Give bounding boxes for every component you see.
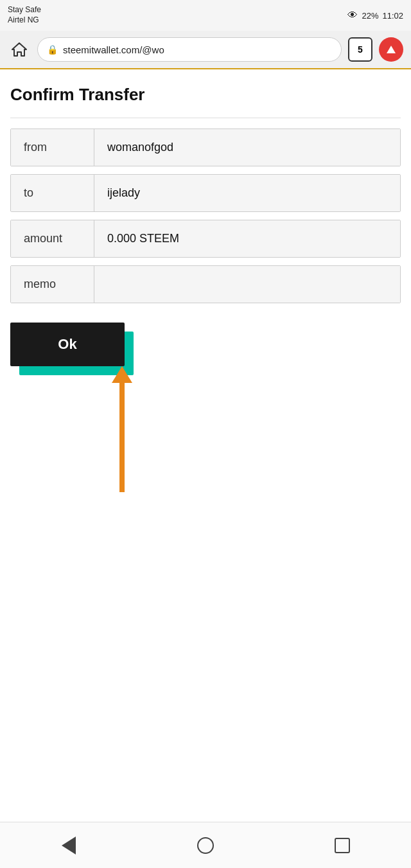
from-row: from womanofgod [10, 128, 401, 166]
carrier2-name: Airtel NG [8, 15, 41, 26]
page-content: Confirm Transfer from womanofgod to ijel… [0, 69, 411, 464]
status-bar: Stay Safe Airtel NG 👁 22% 11:02 [0, 0, 411, 31]
bottom-navigation [0, 822, 411, 868]
home-nav-icon [197, 837, 214, 854]
to-row: to ijelady [10, 174, 401, 212]
battery-level: 22% [362, 11, 378, 21]
svg-marker-0 [12, 43, 26, 56]
time-display: 11:02 [382, 11, 403, 21]
tab-count: 5 [358, 44, 363, 55]
arrow-head-icon [112, 366, 132, 383]
carrier-name: Stay Safe [8, 5, 41, 15]
to-label: to [11, 175, 94, 211]
eye-icon: 👁 [347, 10, 358, 21]
status-right: 👁 22% 11:02 [347, 10, 403, 21]
home-button[interactable] [8, 38, 31, 61]
back-button[interactable] [49, 826, 88, 865]
recents-icon [335, 838, 350, 853]
share-button[interactable] [379, 37, 403, 62]
tab-switcher-button[interactable]: 5 [348, 37, 372, 62]
button-area: Ok [10, 323, 401, 464]
recents-button[interactable] [323, 826, 362, 865]
divider [10, 118, 401, 118]
arrow-shaft-icon [119, 383, 125, 492]
amount-label: amount [11, 220, 94, 257]
home-nav-button[interactable] [186, 826, 225, 865]
amount-row: amount 0.000 STEEM [10, 220, 401, 258]
back-icon [62, 837, 76, 855]
browser-bar: 🔒 steemitwallet.com/@wo 5 [0, 31, 411, 69]
memo-value [94, 266, 400, 303]
upload-arrow-icon [387, 46, 396, 53]
from-label: from [11, 129, 94, 166]
amount-value: 0.000 STEEM [94, 220, 400, 257]
arrow-annotation [112, 366, 132, 492]
from-value: womanofgod [94, 129, 400, 166]
home-icon [11, 42, 28, 57]
ok-button[interactable]: Ok [10, 323, 125, 366]
page-title: Confirm Transfer [10, 85, 401, 105]
to-value: ijelady [94, 175, 400, 211]
lock-icon: 🔒 [47, 44, 58, 55]
carrier-info: Stay Safe Airtel NG [8, 5, 41, 25]
address-bar[interactable]: 🔒 steemitwallet.com/@wo [37, 37, 342, 62]
memo-row: memo [10, 265, 401, 303]
url-text: steemitwallet.com/@wo [63, 44, 164, 55]
memo-label: memo [11, 266, 94, 303]
